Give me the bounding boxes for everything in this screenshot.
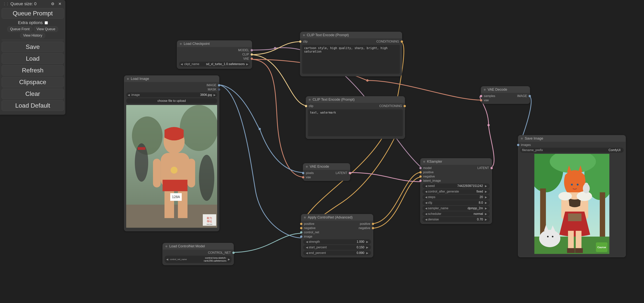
chevron-right-icon[interactable]: ▶	[246, 63, 248, 66]
node-header[interactable]: VAE Encode	[303, 163, 350, 170]
prompt-text[interactable]: cartoon style, high quality, sharp, brig…	[302, 45, 400, 74]
collapse-dot-icon[interactable]	[521, 138, 523, 140]
chevron-right-icon[interactable]: ▶	[366, 251, 369, 254]
port-clip-out[interactable]	[251, 53, 253, 56]
port-model-out[interactable]	[251, 49, 253, 51]
node-header[interactable]: CLIP Text Encode (Prompt)	[300, 32, 402, 38]
node-header[interactable]: Load Image	[124, 76, 219, 82]
collapse-dot-icon[interactable]	[484, 89, 486, 91]
chevron-right-icon[interactable]: ▶	[228, 258, 230, 261]
chevron-left-icon[interactable]: ◀	[180, 63, 183, 66]
port-positive-in[interactable]	[300, 223, 302, 225]
node-load-image[interactable]: Load Image IMAGE MASK ◀ image 3806.jpg ▶…	[124, 76, 219, 231]
node-load-checkpoint[interactable]: Load Checkpoint MODEL CLIP VAE ◀ ckpt_na…	[177, 41, 252, 69]
node-apply-controlnet[interactable]: Apply ControlNet (Advanced) positive pos…	[301, 214, 373, 257]
controlnet-name-combo[interactable]: ◀ control_net_name control-lora-sketch-r…	[165, 256, 232, 263]
port-images-in[interactable]	[517, 144, 519, 146]
port-mask-out[interactable]	[218, 88, 220, 91]
collapse-dot-icon[interactable]	[306, 166, 308, 168]
collapse-dot-icon[interactable]	[309, 99, 311, 101]
chevron-right-icon[interactable]: ▶	[484, 184, 488, 187]
port-positive-in[interactable]	[419, 171, 422, 173]
port-latent-out[interactable]	[349, 172, 351, 174]
port-model-in[interactable]	[419, 167, 422, 169]
chevron-right-icon[interactable]: ▶	[484, 190, 488, 193]
port-controlnet-out[interactable]	[232, 252, 235, 254]
port-clip-in[interactable]	[299, 41, 302, 43]
port-cond-out[interactable]	[401, 41, 403, 43]
port-vae-out[interactable]	[251, 58, 253, 60]
sampler-widget[interactable]: ◀sampler_namedpmpp_2m▶	[422, 206, 490, 211]
chevron-right-icon[interactable]: ▶	[366, 240, 369, 243]
port-negative-in[interactable]	[419, 175, 422, 178]
chevron-right-icon[interactable]: ▶	[484, 196, 488, 199]
seed-widget[interactable]: ◀seed744229397151242▶	[422, 183, 490, 188]
node-header[interactable]: KSampler	[420, 158, 492, 165]
port-image-in[interactable]	[300, 235, 302, 238]
chevron-left-icon[interactable]: ◀	[166, 258, 168, 261]
gear-icon[interactable]: ⚙	[50, 1, 56, 7]
clipspace-button[interactable]: Clipspace	[2, 77, 64, 87]
chevron-left-icon[interactable]: ◀	[424, 184, 428, 187]
collapse-dot-icon[interactable]	[127, 78, 129, 80]
node-clip-text-encode-negative[interactable]: CLIP Text Encode (Prompt) clip CONDITION…	[306, 96, 405, 139]
port-latent-out[interactable]	[490, 167, 493, 169]
scheduler-widget[interactable]: ◀schedulernormal▶	[422, 211, 490, 216]
ckpt-name-combo[interactable]: ◀ ckpt_name sd_xl_turbo_1.0.safetensors …	[179, 62, 250, 67]
chevron-left-icon[interactable]: ◀	[305, 240, 309, 243]
chevron-right-icon[interactable]: ▶	[214, 93, 216, 96]
cfg-widget[interactable]: ◀cfg8.0▶	[422, 200, 490, 205]
node-clip-text-encode-positive[interactable]: CLIP Text Encode (Prompt) clip CONDITION…	[300, 32, 402, 76]
queue-prompt-button[interactable]: Queue Prompt	[2, 8, 64, 19]
chevron-right-icon[interactable]: ▶	[484, 201, 488, 204]
chevron-left-icon[interactable]: ◀	[424, 196, 428, 199]
port-latent-in[interactable]	[419, 180, 422, 182]
chevron-left-icon[interactable]: ◀	[424, 207, 428, 210]
node-save-image[interactable]: Save Image images filename_prefix ComfyU…	[518, 135, 626, 257]
port-image-out[interactable]	[528, 95, 531, 97]
port-controlnet-in[interactable]	[300, 231, 302, 233]
port-positive-out[interactable]	[372, 223, 374, 225]
collapse-dot-icon[interactable]	[423, 161, 425, 163]
node-header[interactable]: Apply ControlNet (Advanced)	[301, 214, 373, 221]
end-percent-widget[interactable]: ◀end_percent0.890▶	[303, 250, 371, 255]
strength-widget[interactable]: ◀strength1.000▶	[303, 239, 371, 244]
collapse-dot-icon[interactable]	[303, 34, 305, 36]
node-load-controlnet[interactable]: Load ControlNet Model CONTROL_NET ◀ cont…	[162, 243, 234, 265]
port-samples-in[interactable]	[480, 95, 482, 97]
start-percent-widget[interactable]: ◀start_percent0.150▶	[303, 245, 371, 250]
node-canvas[interactable]: Load Checkpoint MODEL CLIP VAE ◀ ckpt_na…	[0, 0, 644, 303]
chevron-left-icon[interactable]: ◀	[424, 212, 428, 215]
chevron-left-icon[interactable]: ◀	[424, 201, 428, 204]
view-queue-button[interactable]: View Queue	[34, 26, 58, 32]
prompt-text[interactable]: text, watermark	[308, 109, 403, 136]
collapse-dot-icon[interactable]	[304, 217, 306, 218]
port-cond-out[interactable]	[404, 105, 406, 107]
save-button[interactable]: Save	[2, 42, 64, 52]
chevron-left-icon[interactable]: ◀	[305, 251, 309, 254]
steps-widget[interactable]: ◀steps20▶	[422, 195, 490, 200]
port-vae-in[interactable]	[302, 176, 304, 178]
menu-panel[interactable]: ⋮⋮ Queue size: 0 ⚙ ✕ Queue Prompt Extra …	[0, 0, 66, 115]
denoise-widget[interactable]: ◀denoise0.70▶	[422, 217, 490, 222]
node-header[interactable]: Load ControlNet Model	[163, 243, 234, 249]
clear-button[interactable]: Clear	[2, 89, 64, 99]
port-pixels-in[interactable]	[302, 172, 304, 174]
filename-prefix-widget[interactable]: filename_prefix ComfyUI	[520, 148, 624, 153]
queue-front-button[interactable]: Queue Front	[7, 26, 32, 32]
upload-button[interactable]: choose file to upload	[126, 98, 217, 104]
port-negative-out[interactable]	[372, 227, 374, 229]
node-header[interactable]: Save Image	[518, 135, 626, 142]
chevron-left-icon[interactable]: ◀	[424, 190, 428, 193]
port-vae-in[interactable]	[480, 99, 482, 101]
collapse-dot-icon[interactable]	[166, 245, 167, 247]
port-image-out[interactable]	[218, 84, 220, 86]
chevron-right-icon[interactable]: ▶	[484, 207, 488, 210]
refresh-button[interactable]: Refresh	[2, 65, 64, 76]
node-vae-encode[interactable]: VAE Encode pixels LATENT vae	[303, 163, 350, 181]
drag-handle-icon[interactable]: ⋮⋮	[3, 2, 9, 6]
collapse-dot-icon[interactable]	[180, 43, 182, 45]
close-icon[interactable]: ✕	[57, 1, 63, 7]
chevron-left-icon[interactable]: ◀	[128, 93, 130, 96]
port-negative-in[interactable]	[300, 227, 302, 229]
